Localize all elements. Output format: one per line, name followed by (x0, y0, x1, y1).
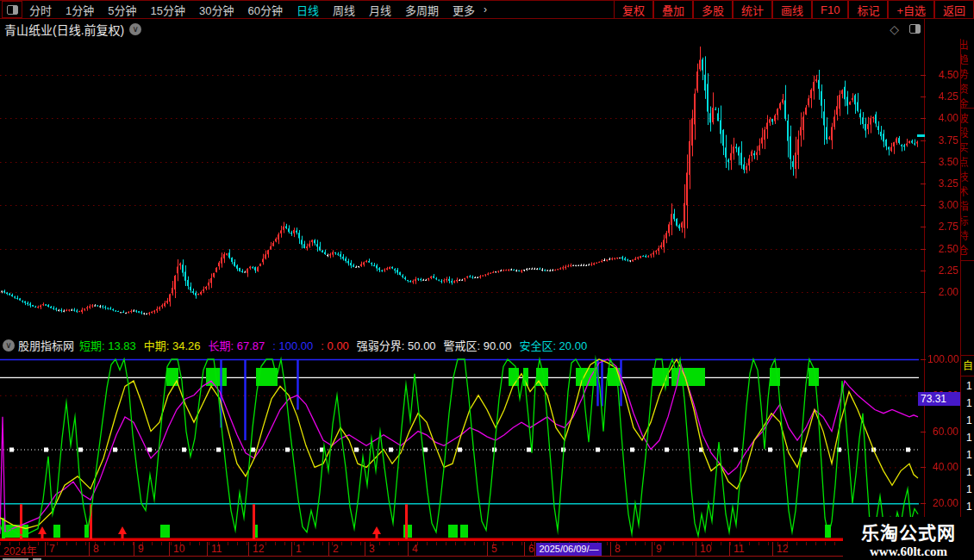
timeframe-1分钟[interactable]: 1分钟 (59, 2, 101, 18)
indicator-collapse-icon[interactable]: ∨ (3, 339, 15, 352)
month-separator (534, 542, 535, 557)
price-label-3.25: 3.25 (927, 177, 958, 190)
price-label-4.00: 4.00 (927, 112, 958, 124)
price-tick (921, 249, 926, 250)
indicator-param: 中期: 34.26 (144, 339, 201, 352)
sidebar-divider (961, 376, 974, 376)
month-label-11: 11 (211, 543, 222, 555)
month-label-3: 3 (369, 543, 375, 555)
toolbar-button-F10[interactable]: F10 (812, 1, 848, 18)
month-separator (248, 542, 249, 557)
timeframe-分时[interactable]: 分时 (22, 2, 59, 18)
month-separator (89, 542, 90, 557)
last-price-marker (917, 134, 925, 137)
month-separator (45, 542, 46, 557)
price-tick (921, 162, 926, 163)
title-bar: 青山纸业(日线.前复权) ∨ ◇ (0, 19, 974, 39)
indicator-level-label-60.00: 60.00 (927, 426, 958, 438)
month-label-10: 10 (700, 543, 711, 555)
price-label-2.75: 2.75 (927, 221, 958, 233)
timeframe-日线[interactable]: 日线 (290, 2, 326, 18)
indicator-param: : 0.00 (321, 339, 349, 352)
toolbar-button-标记[interactable]: 标记 (848, 1, 888, 18)
timeframe-5分钟[interactable]: 5分钟 (101, 2, 143, 18)
month-label-5: 5 (491, 543, 497, 555)
month-label-11: 11 (734, 543, 744, 555)
sidebar-divider (961, 260, 974, 261)
price-label-2.25: 2.25 (927, 264, 958, 277)
toolbar-button-多股[interactable]: 多股 (693, 1, 733, 18)
indicator-level-label-100.00: 100.00 (927, 353, 958, 365)
sidebar-divider (961, 108, 974, 109)
month-separator (169, 542, 170, 557)
toolbar-button-+自选[interactable]: +自选 (888, 1, 934, 18)
y-axis-line (924, 39, 925, 542)
top-toolbar: 分时1分钟5分钟15分钟30分钟60分钟日线周线月线多周期更多 › 复权叠加多股… (0, 0, 974, 19)
month-separator (207, 542, 208, 557)
timeframe-60分钟[interactable]: 60分钟 (240, 2, 289, 18)
month-label-8: 8 (615, 543, 621, 555)
timeframe-更多[interactable]: 更多 (446, 2, 482, 18)
month-label-12: 12 (253, 543, 264, 555)
price-tick (921, 227, 926, 227)
price-tick (921, 140, 926, 141)
price-label-4.50: 4.50 (927, 69, 958, 81)
month-separator (524, 542, 525, 557)
main-candlestick-chart[interactable] (0, 39, 919, 337)
month-label-7: 7 (49, 543, 55, 555)
toolbar-button-统计[interactable]: 统计 (733, 1, 772, 18)
watermark-site-name: 乐淘公式网 (843, 519, 974, 544)
panel-toggle-icon[interactable] (909, 24, 921, 34)
price-label-3.50: 3.50 (927, 156, 958, 168)
right-button-group: 复权叠加多股统计画线F10标记+自选返回 (614, 1, 974, 18)
sidebar-divider (961, 355, 974, 356)
month-separator (729, 542, 730, 557)
toolbar-button-复权[interactable]: 复权 (614, 1, 653, 18)
timeframe-多周期[interactable]: 多周期 (398, 2, 446, 18)
indicator-header: ∨ 股朋指标网 短期: 13.83中期: 34.26长期: 67.87: 100… (0, 337, 919, 353)
indicator-param: 安全区: 20.00 (519, 339, 587, 352)
month-label-2: 2 (333, 543, 339, 555)
price-label-3.00: 3.00 (927, 199, 958, 211)
toolbar-button-叠加[interactable]: 叠加 (653, 1, 693, 18)
price-tick (921, 96, 926, 97)
watermark-url: www.60lt.com (843, 544, 974, 559)
title-dropdown-icon[interactable]: ∨ (129, 23, 141, 35)
month-label-1: 1 (296, 543, 302, 555)
price-tick (921, 205, 926, 206)
more-arrow-icon[interactable]: › (482, 3, 487, 16)
crosshair-date-badge: 2025/06/09/— (536, 543, 602, 556)
month-separator (772, 542, 773, 557)
header-separator (924, 19, 925, 39)
month-label-9: 9 (138, 543, 144, 555)
toolbar-button-返回[interactable]: 返回 (934, 1, 974, 18)
month-separator (408, 542, 409, 557)
price-label-3.75: 3.75 (927, 134, 958, 146)
crosshair-value-badge: 73.31 (918, 392, 962, 406)
diamond-icon[interactable]: ◇ (890, 22, 899, 36)
price-tick (921, 118, 926, 119)
timeframe-15分钟[interactable]: 15分钟 (143, 2, 191, 18)
indicator-chart[interactable] (0, 353, 958, 542)
indicator-param: 强弱分界: 50.00 (357, 339, 436, 352)
price-tick (921, 75, 926, 76)
sidebar-number-column: 111111111 (966, 377, 972, 532)
right-sidebar[interactable]: 势 出趋势资金波段买点技术指标持仓 自 111111111 (960, 0, 974, 560)
indicator-param: 警戒区: 90.00 (444, 339, 512, 352)
price-label-2.00: 2.00 (927, 286, 958, 298)
timeframe-周线[interactable]: 周线 (326, 2, 362, 18)
month-label-10: 10 (173, 543, 184, 555)
timeframe-30分钟[interactable]: 30分钟 (192, 2, 240, 18)
window-layout-button[interactable] (2, 1, 22, 18)
toolbar-button-画线[interactable]: 画线 (772, 1, 812, 18)
month-label-6: 6 (528, 543, 534, 555)
indicator-level-tick (921, 432, 926, 432)
sidebar-highlight-char[interactable]: 自 (963, 358, 973, 372)
indicator-param: 长期: 67.87 (209, 339, 265, 352)
month-separator (652, 542, 652, 557)
indicator-name: 股朋指标网 (18, 337, 74, 353)
month-label-9: 9 (656, 543, 662, 555)
timeframe-月线[interactable]: 月线 (362, 2, 398, 18)
month-separator (291, 542, 292, 557)
month-separator (134, 542, 134, 557)
